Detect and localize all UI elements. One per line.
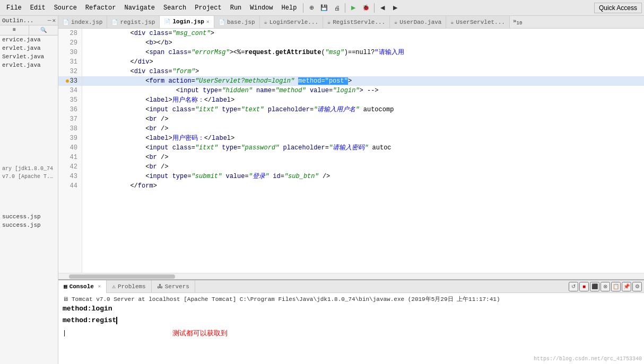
sidebar-minimize-icon[interactable]: — xyxy=(48,17,51,24)
sidebar-file-success-1[interactable]: success.jsp xyxy=(0,212,58,221)
line-num-30: 30 xyxy=(58,48,82,57)
line-num-35: 35 xyxy=(58,95,82,105)
server-status-icon: 🖥 xyxy=(63,296,68,303)
menu-source[interactable]: Source xyxy=(52,3,79,13)
tab-label-base: base.jsp xyxy=(227,19,255,25)
tab-close-login[interactable]: ✕ xyxy=(206,19,210,25)
code-line-39: <label>用户密码：</label> xyxy=(82,134,644,143)
tab-user-servlet[interactable]: ☕ UserServlet... xyxy=(446,16,509,29)
line-number-35: 35 xyxy=(70,95,77,105)
code-line-41: <br /> xyxy=(82,153,644,162)
main-toolbar: File Edit Source Refactor Navigate Searc… xyxy=(0,0,644,16)
menu-run[interactable]: Run xyxy=(228,3,244,13)
sidebar-item-4[interactable]: ervlet.java xyxy=(0,61,58,69)
line-number-40: 40 xyxy=(70,143,77,153)
run-button[interactable]: ▶ xyxy=(347,2,359,14)
problems-tab-label: Problems xyxy=(118,283,146,290)
line-number-43: 43 xyxy=(70,172,77,181)
bottom-tab-console[interactable]: ▦ Console ✕ xyxy=(58,280,107,293)
console-pin-button[interactable]: 📌 xyxy=(622,282,631,291)
back-button[interactable]: ◀ xyxy=(377,2,388,14)
tab-icon-userdao: ☕ xyxy=(394,19,397,25)
scrollbar-thumb[interactable] xyxy=(69,274,175,279)
tab-icon-registservlet: ☕ xyxy=(327,19,330,25)
bottom-tab-servers[interactable]: 🖧 Servers xyxy=(152,280,195,293)
code-line-42: <br /> xyxy=(82,162,644,172)
tab-login-servlet[interactable]: ☕ LoginServle... xyxy=(260,16,323,29)
sidebar-library-tomcat[interactable]: v7.0 [Apache T... xyxy=(0,173,58,181)
tab-icon-base: 📄 xyxy=(219,19,225,25)
line-num-43: 43 xyxy=(58,172,82,181)
menu-edit[interactable]: Edit xyxy=(28,3,48,13)
console-clear-button[interactable]: ↺ xyxy=(569,282,578,291)
console-terminate-button[interactable]: ⬛ xyxy=(590,282,599,291)
quick-access-button[interactable]: Quick Access xyxy=(594,3,642,13)
code-line-44: </form> xyxy=(82,181,644,191)
main-layout: Outlin... — ✕ ≡ 🔍 ervice.java ervlet.jav… xyxy=(0,16,644,364)
line-num-42: 42 xyxy=(58,162,82,172)
tab-index-jsp[interactable]: 📄 index.jsp xyxy=(58,16,107,29)
menu-navigate[interactable]: Navigate xyxy=(122,3,157,13)
sidebar-scroll[interactable]: ervice.java ervlet.java Servlet.java erv… xyxy=(0,35,58,364)
sidebar-item-1[interactable]: ervice.java xyxy=(0,35,58,44)
code-line-29: <b></b> xyxy=(82,38,644,48)
tab-label-index: index.jsp xyxy=(71,19,102,25)
forward-button[interactable]: ▶ xyxy=(389,2,401,14)
new-button[interactable]: ⊕ xyxy=(306,2,317,14)
code-line-43: <input type="submit" value="登录" id="sub_… xyxy=(82,172,644,181)
line-number-32: 32 xyxy=(70,67,77,76)
server-info-text: Tomcat v7.0 Server at localhost [Apache … xyxy=(72,295,500,303)
sidebar-close-icon[interactable]: ✕ xyxy=(52,17,56,24)
line-num-31: 31 xyxy=(58,57,82,67)
tab-overflow[interactable]: »10 xyxy=(510,18,525,26)
sidebar-library-jdk[interactable]: ary [jdk1.8.0_74 xyxy=(0,165,58,173)
tab-icon-loginservlet: ☕ xyxy=(264,19,267,25)
console-stop-button[interactable]: ■ xyxy=(579,282,589,291)
code-line-32: <div class="form"> xyxy=(82,67,644,76)
menu-help[interactable]: Help xyxy=(280,3,299,13)
line-num-40: 40 xyxy=(58,143,82,153)
line-num-28: 28 xyxy=(58,29,82,38)
sidebar-extra: ary [jdk1.8.0_74 v7.0 [Apache T... succe… xyxy=(0,165,58,229)
sidebar-title: Outlin... xyxy=(2,17,33,24)
code-line-36: <input class="itxt" type="text" placehol… xyxy=(82,105,644,114)
code-lines: <div class="msg_cont"> <b></b> <span cla… xyxy=(82,29,644,273)
tab-regist-jsp[interactable]: 📄 regist.jsp xyxy=(107,16,160,29)
console-tab-close[interactable]: ✕ xyxy=(98,283,101,289)
code-container[interactable]: 28 29 30 31 32 33 34 35 36 37 38 39 40 xyxy=(58,29,644,273)
console-settings-button[interactable]: ⚙ xyxy=(632,282,642,291)
debug-button[interactable]: 🐞 xyxy=(360,2,372,14)
line-num-33: 33 xyxy=(58,76,82,86)
sidebar-tab-outline[interactable]: ≡ xyxy=(0,25,29,35)
console-disconnect-button[interactable]: ⊗ xyxy=(601,282,610,291)
line-num-44: 44 xyxy=(58,181,82,191)
tabs-bar: 📄 index.jsp 📄 regist.jsp 📄 login.jsp ✕ 📄… xyxy=(58,16,644,29)
sidebar-item-2[interactable]: ervlet.java xyxy=(0,44,58,52)
menu-search[interactable]: Search xyxy=(161,3,188,13)
sidebar-files: success.jsp success.jsp xyxy=(0,212,58,229)
tab-label-regist: regist.jsp xyxy=(120,19,155,25)
sidebar-file-success-2[interactable]: success.jsp xyxy=(0,221,58,229)
line-num-37: 37 xyxy=(58,114,82,124)
sidebar-tab-search[interactable]: 🔍 xyxy=(29,25,58,35)
watermark: https://blog.csdn.net/qrc_41753340 xyxy=(534,356,642,362)
tab-base-jsp[interactable]: 📄 base.jsp xyxy=(214,16,260,29)
code-line-31: </div> xyxy=(82,57,644,67)
print-button[interactable]: 🖨 xyxy=(331,2,343,14)
console-extra-line: | 测试都可以获取到 xyxy=(63,329,640,338)
bottom-toolbar: ↺ ■ ⬛ ⊗ 📋 📌 ⚙ xyxy=(569,282,644,291)
tab-regist-servlet[interactable]: ☕ RegistServle... xyxy=(323,16,390,29)
tab-login-jsp[interactable]: 📄 login.jsp ✕ xyxy=(160,16,214,29)
sidebar: Outlin... — ✕ ≡ 🔍 ervice.java ervlet.jav… xyxy=(0,16,58,364)
sidebar-item-3[interactable]: Servlet.java xyxy=(0,52,58,61)
menu-file[interactable]: File xyxy=(4,3,24,13)
save-button[interactable]: 💾 xyxy=(318,2,330,14)
horizontal-scrollbar[interactable] xyxy=(58,273,644,279)
console-copy-button[interactable]: 📋 xyxy=(611,282,621,291)
tab-user-dao[interactable]: ☕ UserDao.java xyxy=(390,16,446,29)
menu-refactor[interactable]: Refactor xyxy=(83,3,118,13)
menu-project[interactable]: Project xyxy=(193,3,223,13)
line-num-29: 29 xyxy=(58,38,82,48)
bottom-tab-problems[interactable]: ⚠ Problems xyxy=(107,280,151,293)
menu-window[interactable]: Window xyxy=(248,3,275,13)
